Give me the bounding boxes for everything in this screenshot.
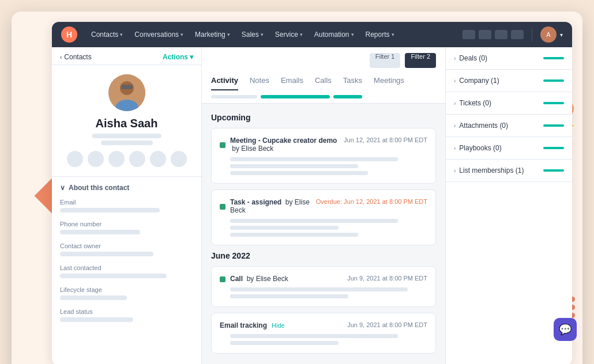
tab-meetings[interactable]: Meetings xyxy=(374,71,404,90)
field-value-owner xyxy=(60,252,153,256)
center-top: Filter 1 Filter 2 Activity Notes Emails … xyxy=(202,47,445,104)
card-line xyxy=(230,226,339,230)
tab-tasks[interactable]: Tasks xyxy=(343,71,362,90)
chevron-right-icon: › xyxy=(454,123,456,129)
right-item-company[interactable]: › Company (1) xyxy=(446,70,572,92)
card-line xyxy=(230,171,368,175)
filter-row: Filter 1 Filter 2 xyxy=(211,47,436,71)
filter-btn-1[interactable]: Filter 1 xyxy=(370,53,401,68)
progress-seg-1 xyxy=(211,95,257,98)
nav-sales[interactable]: Sales ▾ xyxy=(237,28,268,41)
about-section: ∨ About this contact Email Phone number … xyxy=(52,177,201,337)
nav-marketing[interactable]: Marketing ▾ xyxy=(190,28,235,41)
chevron-down-icon: ∨ xyxy=(60,184,65,192)
nav-reports[interactable]: Reports ▾ xyxy=(361,28,399,41)
tab-emails[interactable]: Emails xyxy=(281,71,303,90)
activity-tabs: Activity Notes Emails Calls Tasks Meetin… xyxy=(211,71,436,90)
nav-right: A ▾ xyxy=(463,26,563,43)
right-item-attachments-left: › Attachments (0) xyxy=(454,122,508,130)
nav-conversations[interactable]: Conversations ▾ xyxy=(130,28,188,41)
email-card-header: Email tracking Hide Jun 9, 2021 at 8:00 … xyxy=(220,321,427,329)
action-icon-4[interactable] xyxy=(129,151,145,167)
breadcrumb[interactable]: ‹ Contacts xyxy=(60,53,92,61)
field-label-phone: Phone number xyxy=(60,221,193,227)
action-icon-6[interactable] xyxy=(171,151,187,167)
right-panel: › Deals (0) › Company (1) › Tickets xyxy=(445,47,572,364)
nav-items: Contacts ▾ Conversations ▾ Marketing ▾ S… xyxy=(87,28,463,41)
action-icon-2[interactable] xyxy=(88,151,104,167)
center-panel: Filter 1 Filter 2 Activity Notes Emails … xyxy=(202,47,445,364)
svg-rect-3 xyxy=(121,85,133,89)
avatar xyxy=(108,74,145,111)
right-item-deals[interactable]: › Deals (0) xyxy=(446,47,572,70)
filter-btn-2[interactable]: Filter 2 xyxy=(405,53,436,68)
about-toggle[interactable]: ∨ About this contact xyxy=(60,184,193,192)
email-card-title: Email tracking xyxy=(220,321,267,329)
call-dot-icon xyxy=(220,276,225,282)
nav-avatar-chevron: ▾ xyxy=(560,32,563,38)
field-value-phone xyxy=(60,230,140,234)
right-item-tickets[interactable]: › Tickets (0) xyxy=(446,92,572,115)
chevron-right-icon: › xyxy=(454,55,456,62)
right-item-attachments[interactable]: › Attachments (0) xyxy=(446,115,572,137)
nav-contacts[interactable]: Contacts ▾ xyxy=(87,28,127,41)
app-container: H Contacts ▾ Conversations ▾ Marketing ▾… xyxy=(52,22,572,364)
call-card-date: Jun 9, 2021 at 8:00 PM EDT xyxy=(347,275,427,282)
actions-chevron-icon: ▾ xyxy=(190,53,193,61)
task-card: Task - assigned by Elise Beck Overdue: J… xyxy=(211,189,436,245)
placeholder-line xyxy=(92,134,161,138)
actions-button[interactable]: Actions ▾ xyxy=(163,53,193,61)
card-line xyxy=(230,341,339,345)
field-value-lifecycle xyxy=(60,295,127,300)
action-icon-1[interactable] xyxy=(67,151,83,167)
chevron-right-icon: › xyxy=(454,78,456,84)
email-card-date: Jun 9, 2021 at 8:00 PM EDT xyxy=(347,321,427,328)
call-card-title: Call by Elise Beck xyxy=(230,275,288,283)
chevron-left-icon: ‹ xyxy=(60,54,62,60)
card-line xyxy=(230,157,398,161)
card-line xyxy=(230,219,398,223)
task-dot-icon xyxy=(220,204,225,210)
breadcrumb-label: Contacts xyxy=(64,53,91,61)
center-scroll: Upcoming Meeting - Cupcake creator demo … xyxy=(202,104,445,364)
action-icon-5[interactable] xyxy=(150,151,166,167)
field-label-email: Email xyxy=(60,199,193,206)
field-last-contacted: Last contacted xyxy=(60,264,193,278)
action-icon-3[interactable] xyxy=(108,151,125,167)
nav-service[interactable]: Service ▾ xyxy=(270,28,307,41)
nav-logo: H xyxy=(61,26,77,43)
right-item-playbooks[interactable]: › Playbooks (0) xyxy=(446,137,572,160)
chevron-icon: ▾ xyxy=(392,32,394,37)
meeting-card-title: Meeting - Cupcake creator demo by Elise … xyxy=(230,136,344,153)
nav-icon-btn-4[interactable] xyxy=(511,30,524,39)
contact-name: Aisha Saah xyxy=(96,117,158,130)
nav-icon-btn-2[interactable] xyxy=(479,30,491,39)
right-item-list-memberships-left: › List memberships (1) xyxy=(454,166,524,175)
chat-bubble-icon[interactable]: 💬 xyxy=(554,318,577,341)
nav-icon-btn-3[interactable] xyxy=(495,30,507,39)
task-card-date: Overdue: Jun 12, 2021 at 8:00 PM EDT xyxy=(316,198,427,205)
tab-calls[interactable]: Calls xyxy=(315,71,332,90)
nav-avatar[interactable]: A xyxy=(540,26,557,43)
nav-automation[interactable]: Automation ▾ xyxy=(310,28,359,41)
top-nav: H Contacts ▾ Conversations ▾ Marketing ▾… xyxy=(52,22,572,47)
task-card-title-row: Task - assigned by Elise Beck xyxy=(220,198,316,214)
nav-icon-btn-1[interactable] xyxy=(463,30,475,39)
field-value-email xyxy=(60,208,160,213)
right-item-deals-left: › Deals (0) xyxy=(454,54,487,62)
meeting-card-header: Meeting - Cupcake creator demo by Elise … xyxy=(220,136,427,153)
chevron-right-icon: › xyxy=(454,145,456,151)
tickets-label: Tickets (0) xyxy=(459,99,491,107)
tickets-bar xyxy=(543,102,564,104)
email-card-lines xyxy=(220,334,427,345)
card-line xyxy=(230,287,408,291)
company-label: Company (1) xyxy=(459,77,499,85)
attachments-label: Attachments (0) xyxy=(459,122,508,130)
right-item-playbooks-left: › Playbooks (0) xyxy=(454,144,502,152)
tab-activity[interactable]: Activity xyxy=(211,71,238,90)
placeholder-line xyxy=(101,141,153,145)
right-item-list-memberships[interactable]: › List memberships (1) xyxy=(446,160,572,182)
field-label-lifecycle: Lifecycle stage xyxy=(60,286,193,293)
hide-link[interactable]: Hide xyxy=(272,322,285,329)
tab-notes[interactable]: Notes xyxy=(250,71,269,90)
